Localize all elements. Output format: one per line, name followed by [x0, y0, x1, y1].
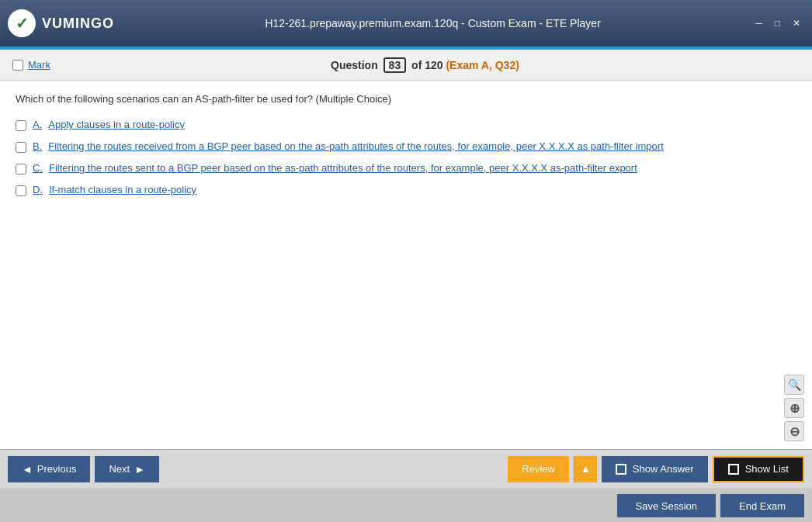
zoom-in-icon[interactable]: ⊕	[784, 398, 804, 418]
left-arrow-icon: ◄	[22, 463, 33, 475]
next-button[interactable]: Next ►	[95, 456, 159, 482]
option-letter-b: B.	[33, 140, 42, 152]
exam-ref: (Exam A, Q32)	[446, 59, 519, 71]
zoom-controls: 🔍 ⊕ ⊖	[784, 375, 804, 441]
close-button[interactable]: ✕	[789, 16, 804, 30]
question-text: Which of the following scenarios can an …	[16, 93, 796, 105]
title-bar: ✓ VUMINGO H12-261.prepaway.premium.exam.…	[0, 0, 812, 47]
logo-icon: ✓	[8, 9, 36, 37]
option-text-c: Filtering the routes sent to a BGP peer …	[49, 162, 637, 174]
review-dropdown-button[interactable]: ▲	[574, 456, 597, 482]
end-exam-button[interactable]: End Exam	[720, 494, 804, 517]
app-title: H12-261.prepaway.premium.exam.120q - Cus…	[114, 17, 751, 29]
logo-text: VUMINGO	[42, 16, 114, 32]
search-icon[interactable]: 🔍	[784, 375, 804, 395]
minimize-button[interactable]: ─	[751, 16, 766, 30]
option-checkbox-d[interactable]	[16, 185, 26, 196]
previous-button[interactable]: ◄ Previous	[8, 456, 90, 482]
question-header: Mark Question 83 of 120 (Exam A, Q32)	[0, 50, 812, 81]
right-arrow-icon: ►	[134, 463, 145, 475]
check-icon: ✓	[16, 14, 29, 33]
mark-label[interactable]: Mark	[12, 59, 50, 71]
option-row-d: D. If-match clauses in a route-policy	[16, 184, 796, 196]
save-session-button[interactable]: Save Session	[617, 494, 717, 517]
show-answer-label: Show Answer	[633, 463, 694, 475]
dropdown-arrow-icon: ▲	[581, 463, 591, 475]
window-controls[interactable]: ─ □ ✕	[751, 16, 804, 30]
option-checkbox-a[interactable]	[16, 120, 26, 131]
previous-label: Previous	[37, 463, 77, 475]
option-checkbox-c[interactable]	[16, 164, 26, 175]
main-content: Which of the following scenarios can an …	[0, 81, 812, 449]
bottom-bar: ◄ Previous Next ► Review ▲ Show Answer S…	[0, 449, 812, 488]
review-button[interactable]: Review	[508, 456, 569, 482]
option-row-c: C. Filtering the routes sent to a BGP pe…	[16, 162, 796, 175]
question-info: Question 83 of 120 (Exam A, Q32)	[50, 57, 800, 73]
option-row-a: A. Apply clauses in a route-policy	[16, 119, 796, 131]
of-total: of 120	[411, 59, 442, 71]
next-label: Next	[109, 463, 130, 475]
question-number-badge: 83	[383, 57, 407, 73]
show-list-label: Show List	[745, 463, 789, 475]
mark-text: Mark	[28, 59, 50, 71]
mark-checkbox[interactable]	[12, 60, 23, 71]
logo-section: ✓ VUMINGO	[8, 9, 114, 37]
option-letter-a: A.	[33, 119, 42, 130]
action-bar: Save Session End Exam	[0, 488, 812, 522]
option-text-a: Apply clauses in a route-policy	[48, 119, 185, 130]
option-letter-d: D.	[33, 184, 43, 195]
show-list-icon	[728, 464, 739, 475]
review-label: Review	[522, 463, 555, 475]
option-row-b: B. Filtering the routes received from a …	[16, 140, 796, 153]
show-answer-icon	[616, 464, 626, 475]
option-checkbox-b[interactable]	[16, 142, 26, 153]
option-letter-c: C.	[33, 162, 43, 174]
show-answer-button[interactable]: Show Answer	[602, 456, 708, 482]
option-text-d: If-match clauses in a route-policy	[49, 184, 196, 195]
maximize-button[interactable]: □	[771, 16, 784, 30]
show-list-button[interactable]: Show List	[713, 456, 804, 482]
option-text-b: Filtering the routes received from a BGP…	[48, 140, 663, 152]
zoom-out-icon[interactable]: ⊖	[784, 421, 804, 441]
question-label: Question	[331, 59, 378, 71]
